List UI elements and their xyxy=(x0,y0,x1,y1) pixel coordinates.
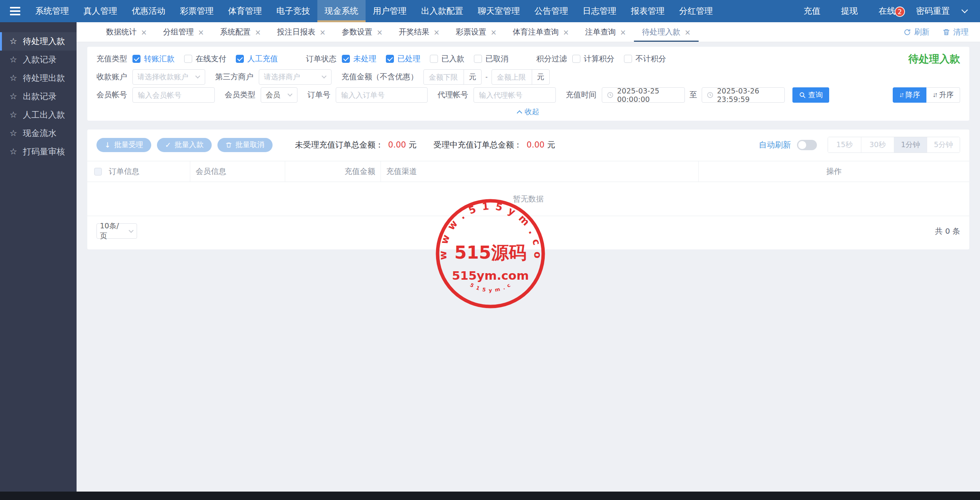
column-order-info: 订单信息 xyxy=(109,161,190,182)
nav-item-sports[interactable]: 体育管理 xyxy=(221,0,269,22)
checkbox-no-points[interactable]: 不计积分 xyxy=(624,54,666,64)
select-value: 会员 xyxy=(266,90,280,100)
tab-bet-daily-report[interactable]: 投注日报表× xyxy=(269,22,334,42)
amount-max-input[interactable] xyxy=(492,73,532,81)
tab-params[interactable]: 参数设置× xyxy=(334,22,391,42)
sidebar-item-label: 待处理入款 xyxy=(23,36,65,47)
batch-cancel-button[interactable]: 批量取消 xyxy=(217,138,273,152)
auto-refresh-toggle[interactable] xyxy=(797,140,817,150)
nav-item-live[interactable]: 真人管理 xyxy=(76,0,124,22)
amount-min-field[interactable]: 元 xyxy=(423,69,482,85)
nav-item-esports[interactable]: 电子竞技 xyxy=(269,0,317,22)
member-type-select[interactable]: 会员 xyxy=(261,87,297,103)
clean-button[interactable]: 清理 xyxy=(942,27,969,37)
tab-group-mgmt[interactable]: 分组管理× xyxy=(155,22,212,42)
nav-item-system[interactable]: 系统管理 xyxy=(28,0,76,22)
tab-sports-bet-query[interactable]: 体育注单查询× xyxy=(505,22,577,42)
page-title: 待处理入款 xyxy=(908,52,960,66)
nav-item-users[interactable]: 用户管理 xyxy=(366,0,414,22)
sidebar-item-turnover-audit[interactable]: ☆ 打码量审核 xyxy=(0,143,77,161)
nav-item-announce[interactable]: 公告管理 xyxy=(527,0,575,22)
close-icon[interactable]: × xyxy=(491,28,497,36)
collapse-toggle[interactable]: 收起 xyxy=(96,104,960,120)
checkbox-unprocessed[interactable]: 未处理 xyxy=(342,54,376,64)
online-link[interactable]: 在线 2 xyxy=(868,5,906,17)
sidebar: ☆ 待处理入款 ☆ 入款记录 ☆ 待处理出款 ☆ 出款记录 ☆ 人工出入款 ☆ … xyxy=(0,22,77,492)
close-icon[interactable]: × xyxy=(255,28,261,36)
member-account-input[interactable] xyxy=(133,91,214,99)
nav-item-lottery[interactable]: 彩票管理 xyxy=(173,0,221,22)
payee-account-select[interactable]: 请选择收款账户 xyxy=(132,69,205,85)
recharge-link[interactable]: 充值 xyxy=(793,5,831,17)
close-icon[interactable]: × xyxy=(198,28,204,36)
interval-1min-button[interactable]: 1分钟 xyxy=(894,137,927,152)
close-icon[interactable]: × xyxy=(434,28,440,36)
agent-account-field[interactable] xyxy=(474,87,556,103)
close-icon[interactable]: × xyxy=(684,28,691,36)
search-button[interactable]: 查询 xyxy=(792,87,829,103)
checkbox-online-payment[interactable]: 在线支付 xyxy=(184,54,226,64)
hamburger-menu-icon[interactable] xyxy=(0,5,28,17)
tab-system-config[interactable]: 系统配置× xyxy=(212,22,269,42)
amount-min-input[interactable] xyxy=(424,73,464,81)
close-icon[interactable]: × xyxy=(377,28,383,36)
sort-asc-button[interactable]: ↓↑ 升序 xyxy=(926,87,960,103)
search-icon xyxy=(799,92,806,98)
topbar-right: 充值 提现 在线 2 密码重置 xyxy=(793,0,980,22)
page-size-select[interactable]: 10条/页 xyxy=(96,223,137,239)
withdraw-link[interactable]: 提现 xyxy=(831,5,868,17)
tab-label: 彩票设置 xyxy=(456,27,487,37)
date-to-picker[interactable]: 2025-03-26 23:59:59 xyxy=(702,87,785,103)
select-all-checkbox[interactable] xyxy=(94,168,102,175)
star-icon: ☆ xyxy=(10,74,17,82)
checkbox-cancelled[interactable]: 已取消 xyxy=(474,54,508,64)
sidebar-item-manual-inout[interactable]: ☆ 人工出入款 xyxy=(0,106,77,124)
order-no-field[interactable] xyxy=(336,87,428,103)
tab-data-stats[interactable]: 数据统计× xyxy=(98,22,155,42)
order-no-input[interactable] xyxy=(336,91,427,99)
interval-30s-button[interactable]: 30秒 xyxy=(861,137,894,152)
nav-item-cash-system[interactable]: 现金系统 xyxy=(317,0,366,22)
interval-button-group: 15秒 30秒 1分钟 5分钟 xyxy=(828,137,960,153)
member-account-field[interactable] xyxy=(132,87,215,103)
tab-lottery-settings[interactable]: 彩票设置× xyxy=(448,22,505,42)
agent-account-input[interactable] xyxy=(474,91,555,99)
sidebar-item-cash-flow[interactable]: ☆ 现金流水 xyxy=(0,124,77,143)
tab-draw-results[interactable]: 开奖结果× xyxy=(391,22,448,42)
clock-icon xyxy=(707,92,714,98)
batch-deposit-button[interactable]: ✓ 批量入款 xyxy=(157,138,212,152)
sidebar-item-deposit-records[interactable]: ☆ 入款记录 xyxy=(0,51,77,69)
tab-pending-deposits[interactable]: 待处理入款× xyxy=(634,22,699,42)
amount-max-field[interactable]: 元 xyxy=(492,69,550,85)
caret-up-icon xyxy=(516,110,522,115)
checkbox-count-points[interactable]: 计算积分 xyxy=(572,54,614,64)
close-icon[interactable]: × xyxy=(563,28,569,36)
close-icon[interactable]: × xyxy=(620,28,626,36)
interval-5min-button[interactable]: 5分钟 xyxy=(927,137,960,152)
checkbox-manual-recharge[interactable]: 人工充值 xyxy=(236,54,278,64)
checkbox-label: 已处理 xyxy=(397,54,420,64)
batch-accept-button[interactable]: ↓ 批量受理 xyxy=(96,138,151,152)
sidebar-item-withdrawal-records[interactable]: ☆ 出款记录 xyxy=(0,87,77,106)
close-icon[interactable]: × xyxy=(320,28,326,36)
tab-bet-query[interactable]: 注单查询× xyxy=(577,22,634,42)
nav-item-promo[interactable]: 优惠活动 xyxy=(124,0,173,22)
checkbox-processed[interactable]: 已处理 xyxy=(386,54,420,64)
nav-item-payment-config[interactable]: 出入款配置 xyxy=(414,0,470,22)
nav-item-logs[interactable]: 日志管理 xyxy=(575,0,624,22)
chevron-down-icon[interactable] xyxy=(962,7,968,13)
interval-15s-button[interactable]: 15秒 xyxy=(828,137,861,152)
date-from-picker[interactable]: 2025-03-25 00:00:00 xyxy=(602,87,685,103)
refresh-button[interactable]: 刷新 xyxy=(903,27,929,37)
nav-item-dividends[interactable]: 分红管理 xyxy=(672,0,720,22)
sidebar-item-pending-deposits[interactable]: ☆ 待处理入款 xyxy=(0,32,77,51)
nav-item-reports[interactable]: 报表管理 xyxy=(624,0,672,22)
third-party-select[interactable]: 请选择商户 xyxy=(259,69,332,85)
sort-desc-button[interactable]: ↓↑ 降序 xyxy=(893,87,926,103)
nav-item-chatroom[interactable]: 聊天室管理 xyxy=(470,0,527,22)
checkbox-deposited[interactable]: 已入款 xyxy=(430,54,464,64)
password-reset-link[interactable]: 密码重置 xyxy=(906,5,960,17)
sidebar-item-pending-withdrawals[interactable]: ☆ 待处理出款 xyxy=(0,69,77,87)
checkbox-transfer-remittance[interactable]: 转账汇款 xyxy=(132,54,175,64)
close-icon[interactable]: × xyxy=(141,28,147,36)
